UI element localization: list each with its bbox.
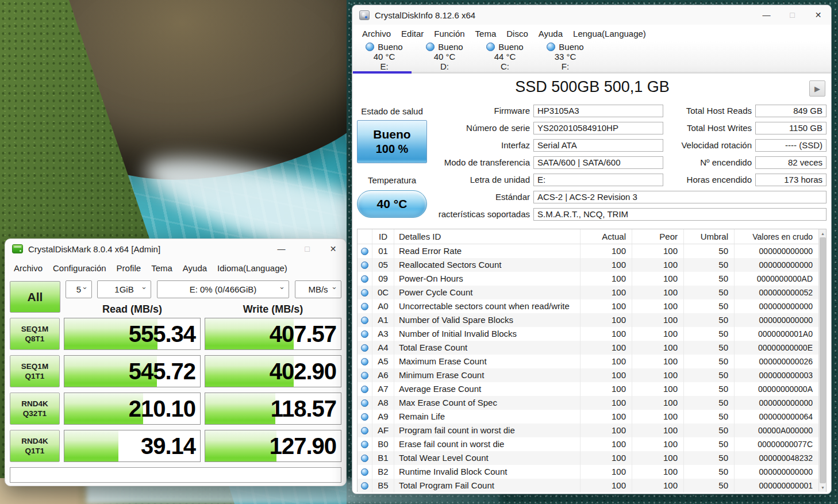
scroll-up-icon[interactable]: ▲ [819,229,827,237]
smart-row-A1[interactable]: A1Number of Valid Spare Blocks1001005000… [358,313,826,327]
maximize-icon[interactable]: □ [294,239,320,259]
read-result-cell[interactable]: 555.34 [64,318,201,350]
target-drive-select[interactable]: E: 0% (0/466GiB)⌄ [157,280,289,298]
drive-tab-C[interactable]: Bueno44 °CC: [475,42,535,71]
smart-raw-value: 000000000026 [735,355,818,368]
menu-item-editar[interactable]: Editar [396,29,429,39]
smart-worst: 100 [632,465,684,479]
smart-row-A9[interactable]: A9Remain Life10010050000000000064 [358,410,826,424]
test-count-select[interactable]: 5⌄ [66,280,92,298]
next-disk-button[interactable]: ▶ [809,80,825,97]
close-icon[interactable]: ✕ [805,5,831,25]
smart-worst: 100 [632,341,684,355]
write-result-cell[interactable]: 118.57 [205,393,341,425]
test-type-button[interactable]: RND4KQ32T1 [10,393,60,425]
scrollbar-thumb[interactable] [820,237,826,483]
close-icon[interactable]: ✕ [320,239,346,259]
temperature-button[interactable]: 40 °C [357,190,427,218]
minimize-icon[interactable]: — [268,239,294,259]
tab-temperature: 40 °C [414,52,475,61]
write-result-cell[interactable]: 407.57 [205,318,341,350]
menu-item-tema[interactable]: Tema [146,263,178,273]
smart-row-0C[interactable]: 0CPower Cycle Count10010050000000000052 [358,286,826,299]
crystaldiskinfo-menubar: ArchivoEditarFunciónTemaDiscoAyudaLengua… [357,26,651,41]
tab-temperature: 44 °C [475,52,535,61]
smart-worst: 100 [632,396,684,410]
smart-raw-value: 000000000000 [735,244,818,258]
minimize-icon[interactable]: — [754,5,779,25]
comment-box[interactable] [10,467,341,483]
smart-row-A6[interactable]: A6Minimum Erase Count1001005000000000000… [358,368,826,382]
smart-row-A8[interactable]: A8Max Erase Count of Spec100100500000000… [358,396,826,410]
smart-row-09[interactable]: 09Power-On Hours100100500000000000AD [358,272,826,286]
smart-row-A5[interactable]: A5Maximum Erase Count1001005000000000002… [358,355,826,368]
smart-row-A7[interactable]: A7Average Erase Count1001005000000000000… [358,382,826,396]
drive-tab-D[interactable]: Bueno40 °CD: [414,42,475,71]
menu-item-lengua-language-[interactable]: Lengua(Language) [568,29,651,39]
smart-row-05[interactable]: 05Reallocated Sectors Count1001005000000… [358,258,826,272]
drive-tab-F[interactable]: Bueno33 °CF: [535,42,595,71]
tabstrip-underline [352,72,831,74]
write-result-cell[interactable]: 127.90 [205,430,341,462]
menu-item-configuraci-n[interactable]: Configuración [48,263,112,273]
desktop: CrystalDiskMark 8.0.4 x64 [Admin] — □ ✕ … [0,0,838,504]
maximize-icon[interactable]: □ [779,5,805,25]
smart-raw-value: 000000000000 [735,258,818,272]
health-status-button[interactable]: Bueno 100 % [357,120,427,163]
write-column-header: Write (MB/s) [205,303,341,316]
unit-select[interactable]: MB/s⌄ [295,280,341,298]
menu-item-archivo[interactable]: Archivo [357,29,396,39]
test-type-button[interactable]: SEQ1MQ8T1 [10,318,60,350]
read-result-cell[interactable]: 210.10 [64,393,201,425]
smart-attribute-name: Number of Initial Invalid Blocks [394,327,581,341]
tab-status-line: Bueno [354,42,414,52]
smart-row-B1[interactable]: B1Total Wear Level Count1001005000000004… [358,451,826,465]
smart-row-B0[interactable]: B0Erase fail count in worst die100100500… [358,437,826,451]
menu-item-ayuda[interactable]: Ayuda [533,29,568,39]
smart-attribute-name: Total Program Fail Count [394,479,581,493]
smart-row-01[interactable]: 01Read Error Rate10010050000000000000 [358,244,826,258]
read-result-cell[interactable]: 39.14 [64,430,201,462]
smart-row-A4[interactable]: A4Total Erase Count1001005000000000000E [358,341,826,355]
test-type-button[interactable]: SEQ1MQ1T1 [10,355,60,387]
smart-worst: 100 [632,368,684,382]
smart-worst: 100 [632,382,684,396]
write-result-cell[interactable]: 402.90 [205,355,341,387]
test-type-button[interactable]: RND4KQ1T1 [10,430,60,462]
health-label: Estado de salud [357,106,427,116]
test-size-select[interactable]: 1GiB⌄ [97,280,151,298]
disk-stat-label: Velocidad rotación [681,140,752,150]
read-result-cell[interactable]: 545.72 [64,355,201,387]
disk-stat-value: 1150 GB [755,122,827,134]
menu-item-tema[interactable]: Tema [470,29,502,39]
smart-current: 100 [581,437,632,451]
menu-item-profile[interactable]: Profile [112,263,147,273]
disk-model-title: SSD 500GB 500,1 GB [352,78,832,96]
smart-threshold: 50 [684,368,735,382]
smart-row-B5[interactable]: B5Total Program Fail Count10010050000000… [358,479,826,493]
smart-worst: 100 [632,299,684,313]
menu-item-archivo[interactable]: Archivo [9,263,48,273]
smart-row-AF[interactable]: AFProgram fail count in worst die1001005… [358,424,826,437]
smart-id: A5 [372,355,394,368]
smart-row-A0[interactable]: A0Uncorrectable sectors count when read/… [358,299,826,313]
health-orb-icon [361,344,368,352]
menu-item-ayuda[interactable]: Ayuda [178,263,212,273]
menu-item-idioma-language-[interactable]: Idioma(Language) [212,263,293,273]
smart-row-A3[interactable]: A3Number of Initial Invalid Blocks100100… [358,327,826,341]
smart-threshold: 50 [684,451,735,465]
smart-row-B2[interactable]: B2Runtime Invalid Block Count10010050000… [358,465,826,479]
drive-tab-E[interactable]: Bueno40 °CE: [354,42,414,71]
tab-temperature: 40 °C [354,52,414,61]
benchmark-row-seq1m-q8t1: SEQ1MQ8T1555.34407.57 [5,318,347,350]
benchmark-row-seq1m-q1t1: SEQ1MQ1T1545.72402.90 [5,355,347,387]
smart-attribute-name: Power Cycle Count [394,286,581,299]
scroll-down-icon[interactable]: ▼ [819,483,827,491]
menu-item-disco[interactable]: Disco [501,29,533,39]
smart-current: 100 [581,286,632,299]
smart-row-status [358,437,372,451]
smart-threshold: 50 [684,341,735,355]
smart-row-status [358,479,372,493]
all-button[interactable]: All [10,281,60,313]
menu-item-funci-n[interactable]: Función [429,29,470,39]
